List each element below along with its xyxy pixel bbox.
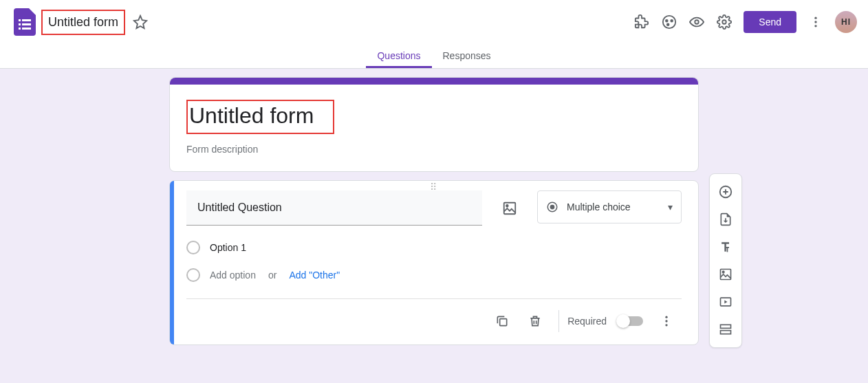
question-title-input[interactable]	[186, 190, 482, 226]
svg-rect-2	[19, 23, 21, 25]
document-title[interactable]: Untitled form	[41, 10, 125, 35]
account-avatar[interactable]: HI	[835, 11, 857, 33]
send-button[interactable]: Send	[744, 11, 796, 33]
tab-responses[interactable]: Responses	[432, 44, 502, 68]
import-questions-icon[interactable]	[713, 207, 738, 232]
svg-point-7	[666, 20, 668, 22]
add-other-button[interactable]: Add "Other"	[289, 270, 340, 281]
duplicate-icon[interactable]	[487, 306, 517, 336]
preview-icon[interactable]	[683, 8, 710, 36]
settings-icon[interactable]	[710, 8, 738, 36]
add-image-icon[interactable]	[493, 192, 526, 225]
svg-point-21	[665, 320, 667, 322]
editor-tabs: Questions Responses	[0, 44, 868, 69]
svg-rect-19	[500, 319, 507, 326]
delete-icon[interactable]	[520, 306, 550, 336]
or-separator: or	[268, 270, 276, 281]
svg-point-14	[814, 25, 816, 27]
svg-rect-15	[504, 203, 516, 215]
svg-rect-4	[19, 28, 21, 30]
add-title-icon[interactable]	[713, 234, 738, 259]
form-header-card[interactable]: Untitled form Form description	[169, 77, 699, 172]
svg-point-18	[550, 205, 555, 210]
svg-point-20	[665, 316, 667, 318]
svg-point-22	[665, 324, 667, 326]
add-image-icon[interactable]	[713, 262, 738, 287]
add-section-icon[interactable]	[713, 317, 738, 342]
more-icon[interactable]	[802, 8, 829, 36]
add-option-row: Add option or Add "Other"	[186, 268, 682, 282]
svg-point-6	[663, 16, 675, 28]
star-icon[interactable]	[131, 12, 150, 32]
question-card[interactable]: ⠿ Multiple choice ▾ Option 1	[169, 180, 699, 345]
svg-point-9	[667, 23, 669, 25]
svg-rect-28	[721, 331, 731, 334]
addons-icon[interactable]	[628, 8, 655, 36]
svg-rect-5	[22, 28, 31, 30]
svg-point-8	[671, 20, 673, 22]
option-row[interactable]: Option 1	[186, 241, 682, 254]
radio-icon	[546, 201, 558, 213]
active-indicator	[170, 181, 174, 344]
radio-empty-icon	[186, 268, 200, 282]
question-type-dropdown[interactable]: Multiple choice ▾	[537, 190, 682, 223]
form-title-input[interactable]: Untitled form	[186, 100, 334, 134]
question-more-icon[interactable]	[651, 306, 682, 336]
divider	[558, 310, 559, 332]
svg-point-12	[814, 17, 816, 19]
radio-empty-icon	[186, 241, 200, 254]
theme-bar	[170, 78, 698, 85]
svg-point-13	[814, 21, 816, 23]
form-canvas: Untitled form Form description ⠿ Multipl…	[0, 69, 868, 383]
required-toggle[interactable]	[618, 316, 643, 326]
svg-rect-1	[22, 19, 31, 21]
svg-rect-24	[721, 270, 731, 280]
app-header: Untitled form Send HI	[0, 0, 868, 44]
add-question-icon[interactable]	[713, 179, 738, 204]
svg-point-25	[722, 271, 724, 273]
option-label[interactable]: Option 1	[210, 242, 246, 253]
question-footer: Required	[186, 298, 682, 336]
caret-down-icon: ▾	[668, 201, 673, 212]
add-video-icon[interactable]	[713, 289, 738, 314]
svg-point-10	[695, 20, 699, 24]
forms-logo[interactable]	[11, 8, 39, 36]
svg-rect-3	[22, 23, 31, 25]
svg-point-11	[723, 20, 727, 24]
tab-questions[interactable]: Questions	[366, 44, 431, 68]
add-option-button[interactable]: Add option	[210, 270, 256, 281]
question-type-label: Multiple choice	[567, 201, 631, 212]
floating-toolbar	[709, 173, 742, 348]
svg-rect-0	[19, 19, 21, 21]
required-label: Required	[567, 316, 607, 327]
svg-point-16	[506, 205, 508, 207]
drag-handle-icon[interactable]: ⠿	[186, 181, 682, 190]
form-description-input[interactable]: Form description	[186, 144, 682, 155]
theme-icon[interactable]	[655, 8, 683, 36]
svg-rect-27	[721, 325, 731, 328]
